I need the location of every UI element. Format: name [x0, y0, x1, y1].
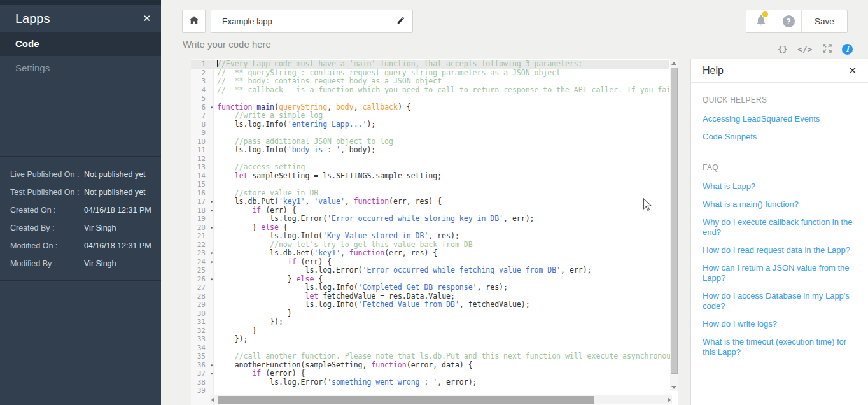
save-button[interactable]: Save: [802, 17, 847, 26]
help-button[interactable]: ?: [776, 15, 801, 27]
help-link[interactable]: What is a main() function?: [703, 199, 857, 210]
top-action-card: ? Save: [746, 10, 848, 33]
code-line[interactable]: 35 //call another function. Please note …: [191, 352, 669, 361]
code-line[interactable]: 32 }: [191, 327, 669, 336]
fold-arrow-icon[interactable]: ▾: [210, 197, 213, 206]
code-line[interactable]: 29 ls.log.Info('Fetched Value from DB', …: [191, 301, 669, 309]
help-link[interactable]: Code Snippets: [703, 132, 857, 142]
lapp-title-box: Example lapp: [211, 10, 413, 33]
code-line[interactable]: 1//Every Lapp code must have a 'main' fu…: [191, 60, 669, 69]
code-line[interactable]: 4// ** callback - is a function which yo…: [191, 86, 669, 95]
horizontal-scrollbar-thumb[interactable]: [218, 396, 594, 404]
help-panel-title: Help: [703, 65, 848, 76]
fold-arrow-icon[interactable]: ▾: [210, 258, 213, 267]
notifications-button[interactable]: [746, 14, 776, 29]
code-line[interactable]: 10 //pass additional JSON object to log: [191, 138, 669, 146]
help-link[interactable]: How do I read request data in the Lapp?: [703, 245, 857, 255]
scroll-down-icon[interactable]: [671, 386, 676, 389]
meta-row: Modified By :Vir Singh: [0, 255, 161, 273]
help-link[interactable]: How do I write logs?: [703, 319, 857, 329]
line-number: 26▾: [191, 275, 214, 284]
line-number: 2: [191, 69, 214, 78]
help-link[interactable]: Why do I execute callback function in th…: [703, 217, 857, 238]
fold-arrow-icon[interactable]: ▾: [210, 361, 213, 370]
code-editor[interactable]: 1//Every Lapp code must have a 'main' fu…: [191, 59, 678, 405]
sidebar-divider: [0, 280, 161, 281]
scroll-right-icon[interactable]: [668, 397, 671, 402]
sidebar-item-settings[interactable]: Settings: [0, 56, 161, 80]
code-line[interactable]: 33 });: [191, 335, 669, 344]
line-number: 5: [191, 94, 214, 103]
beautify-braces-icon[interactable]: {}: [778, 45, 788, 54]
code-line[interactable]: 16 //store value in DB: [191, 189, 669, 198]
fold-arrow-icon[interactable]: ▾: [210, 275, 213, 284]
help-close-icon[interactable]: ✕: [848, 65, 857, 76]
help-link[interactable]: How can I return a JSON value from the L…: [703, 263, 857, 283]
line-number: 27: [191, 283, 214, 292]
horizontal-scrollbar[interactable]: [210, 395, 672, 404]
sidebar-close-icon[interactable]: ✕: [143, 13, 151, 24]
code-line[interactable]: 31 });: [191, 318, 669, 327]
info-icon[interactable]: i: [842, 44, 853, 55]
scroll-up-icon[interactable]: [671, 62, 676, 65]
code-line[interactable]: 12: [191, 155, 669, 164]
help-link[interactable]: What is Lapp?: [703, 181, 857, 192]
line-number: 34: [191, 344, 214, 353]
sidebar-item-code[interactable]: Code: [0, 32, 161, 56]
vertical-scrollbar-thumb[interactable]: [671, 68, 678, 374]
code-line[interactable]: 24▾ if (err) {: [191, 258, 669, 267]
code-line[interactable]: 22 //now let's try to get this value bac…: [191, 241, 669, 250]
code-line[interactable]: 21 ls.log.Info('Key-Value stored in DB',…: [191, 232, 669, 241]
code-line[interactable]: 28 let fetchedValue = res.Data.Value;: [191, 292, 669, 301]
lapp-title-input[interactable]: Example lapp: [211, 17, 389, 26]
line-number: 36▾: [191, 361, 214, 370]
scroll-left-icon[interactable]: [211, 397, 214, 402]
edit-title-button[interactable]: [389, 10, 412, 32]
code-line[interactable]: 23▾ ls.db.Get('key1', function(err, res)…: [191, 249, 669, 258]
code-line[interactable]: 39: [191, 387, 669, 395]
code-line[interactable]: 14 let sampleSetting = ls.SETTINGS.sampl…: [191, 172, 669, 181]
code-line[interactable]: 17▾ ls.db.Put('key1', 'value', function(…: [191, 197, 669, 206]
fold-arrow-icon[interactable]: ▾: [210, 103, 213, 112]
fold-arrow-icon[interactable]: ▾: [210, 369, 213, 378]
code-line[interactable]: 26▾ } else {: [191, 275, 669, 284]
meta-value: Vir Singh: [84, 224, 116, 232]
code-line[interactable]: 5: [191, 94, 669, 103]
line-number: 38: [191, 378, 214, 387]
code-line[interactable]: 3// ** body: contains request body as a …: [191, 77, 669, 86]
code-tags-icon[interactable]: </>: [797, 45, 812, 54]
line-number: 20▾: [191, 224, 214, 232]
pencil-icon: [396, 16, 405, 27]
code-line[interactable]: 8 ls.log.Info('entering Lapp...');: [191, 120, 669, 129]
code-line[interactable]: 25 ls.log.Error('Error occurred while fe…: [191, 266, 669, 275]
line-number: 37▾: [191, 369, 214, 378]
code-line[interactable]: 18▾ if (err) {: [191, 206, 669, 215]
code-line[interactable]: 38 ls.log.Error('something went wrong : …: [191, 378, 669, 387]
code-line[interactable]: 2// ** queryString : contains request qu…: [191, 69, 669, 78]
code-line[interactable]: 9: [191, 129, 669, 138]
code-line[interactable]: 11 ls.log.Info('body is : ', body);: [191, 146, 669, 155]
home-button[interactable]: [182, 10, 206, 33]
code-line[interactable]: 13 //access setting: [191, 163, 669, 172]
meta-row: Test Published On :Not published yet: [0, 183, 161, 201]
code-line[interactable]: 20▾ } else {: [191, 224, 669, 232]
code-line[interactable]: 6▾function main(queryString, body, callb…: [191, 103, 669, 112]
code-line[interactable]: 27 ls.log.Info('Completed Get DB respons…: [191, 283, 669, 292]
code-line[interactable]: 36▾ anotherFunction(sampleSetting, funct…: [191, 361, 669, 370]
help-link[interactable]: How do I access Database in my Lapp's co…: [703, 291, 857, 311]
code-line[interactable]: 7 //write a simple log: [191, 111, 669, 120]
fold-arrow-icon[interactable]: ▾: [210, 224, 213, 232]
code-line[interactable]: 19 ls.log.Error('Error occurred while st…: [191, 215, 669, 224]
help-link[interactable]: What is the timeout (execution time) for…: [703, 337, 857, 357]
fullscreen-expand-icon[interactable]: [822, 43, 832, 55]
code-line[interactable]: 34: [191, 344, 669, 353]
vertical-scrollbar[interactable]: [670, 59, 678, 391]
code-line[interactable]: 37▾ if (error) {: [191, 369, 669, 378]
line-number: 9: [191, 129, 214, 138]
help-link[interactable]: Accessing LeadSquared Events: [703, 114, 857, 124]
fold-arrow-icon[interactable]: ▾: [210, 249, 213, 258]
code-line[interactable]: 30 }: [191, 309, 669, 318]
fold-arrow-icon[interactable]: ▾: [210, 206, 213, 215]
help-section-label: FAQ: [703, 163, 857, 172]
code-line[interactable]: 15: [191, 180, 669, 189]
